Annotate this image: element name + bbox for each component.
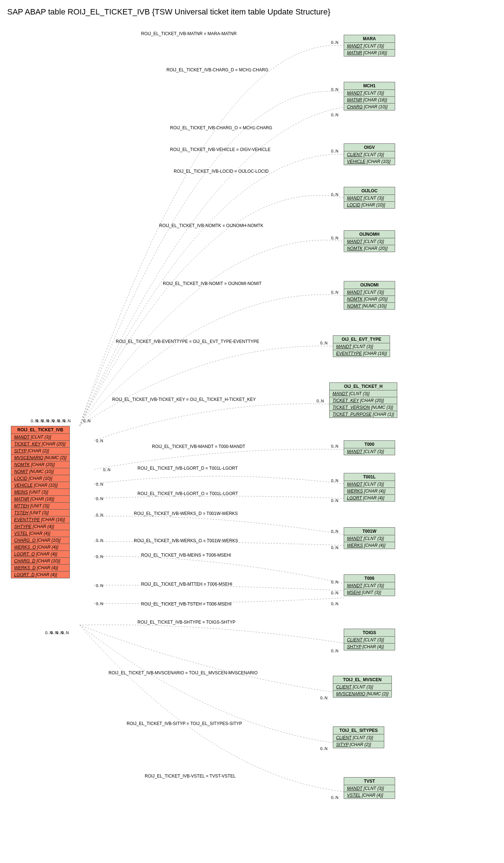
- ref-table-toigs: TOIGSCLIENT [CLNT (3)]SHTYP [CHAR (4)]: [344, 629, 395, 650]
- table-name: OIJNOMH: [344, 231, 395, 238]
- table-field: TICKET_KEY [CHAR (20)]: [11, 441, 69, 448]
- cardinality-label: 0..N: [331, 529, 338, 533]
- table-name: OIJ_EL_TICKET_H: [330, 383, 397, 390]
- relation-label: ROIJ_EL_TICKET_IVB-VSTEL = TVST-VSTEL: [145, 774, 236, 779]
- cardinality-label: 0..N: [96, 602, 103, 606]
- table-name: T000: [344, 441, 395, 448]
- table-field: MVSCENARIO [NUMC (2)]: [333, 691, 391, 697]
- table-field: MANDT [CLNT (3)]: [344, 195, 395, 202]
- relation-label: ROIJ_EL_TICKET_IVB-LGORT_O = T001L-LGORT: [137, 491, 238, 496]
- table-field: MANDT [CLNT (3)]: [344, 90, 395, 97]
- table-field: TICKET_PURPOSE [CHAR (1)]: [330, 411, 397, 418]
- cardinality-label: 0..N: [331, 580, 338, 584]
- cardinality-label: 0..N: [96, 439, 103, 443]
- er-canvas: ROIJ_EL_TICKET_IVBMANDT [CLNT (3)]TICKET…: [7, 20, 496, 853]
- relation-label: ROIJ_EL_TICKET_IVB-SITYP = TOIJ_EL_SITYP…: [127, 721, 242, 726]
- table-name: TOIJ_EL_MVSCEN: [333, 676, 391, 684]
- relation-label: ROIJ_EL_TICKET_IVB-NOMIT = OIJNOMI-NOMIT: [163, 281, 262, 286]
- table-field: EVENTTYPE [CHAR (16)]: [333, 350, 390, 357]
- cardinality-label: 0..N: [331, 444, 338, 448]
- table-field: EVENTTYPE [CHAR (16)]: [11, 516, 69, 523]
- relation-label: ROIJ_EL_TICKET_IVB-SHTYPE = TOIGS-SHTYP: [137, 620, 236, 625]
- cardinality-label: 0..N: [331, 113, 338, 117]
- table-field: CLIENT [CLNT (3)]: [333, 684, 391, 691]
- cardinality-label: 0..N: [331, 87, 338, 92]
- table-name: OIGV: [344, 144, 395, 151]
- cardinality-label: 0..N: [331, 545, 338, 550]
- relation-label: ROIJ_EL_TICKET_IVB-EVENTTYPE = OIJ_EL_EV…: [116, 339, 259, 344]
- cardinality-label: 0..N: [63, 419, 71, 423]
- relation-label: ROIJ_EL_TICKET_IVB-MVSCENARIO = TOIJ_EL_…: [109, 670, 258, 675]
- ref-table-mch1: MCH1MANDT [CLNT (3)]MATNR [CHAR (18)]CHA…: [344, 82, 395, 110]
- table-field: SITYP [CHAR (2)]: [11, 448, 69, 454]
- cardinality-label: 0..N: [103, 468, 110, 472]
- ref-table-oigv: OIGVCLIENT [CLNT (3)]VEHICLE [CHAR (10)]: [344, 143, 395, 165]
- table-field: SITYP [CHAR (2)]: [333, 741, 384, 748]
- relation-label: ROIJ_EL_TICKET_IVB-MANDT = T000-MANDT: [152, 444, 245, 449]
- relation-label: ROIJ_EL_TICKET_IVB-TICKET_KEY = OIJ_EL_T…: [112, 397, 256, 402]
- table-field: MTTEH [UNIT (3)]: [11, 503, 69, 510]
- relation-label: ROIJ_EL_TICKET_IVB-LGORT_D = T001L-LGORT: [137, 466, 238, 471]
- relation-label: ROIJ_EL_TICKET_IVB-MTTEH = T006-MSEHI: [141, 582, 232, 587]
- table-field: TSTEH [UNIT (3)]: [11, 510, 69, 516]
- relation-label: ROIJ_EL_TICKET_IVB-TSTEH = T006-MSEHI: [141, 602, 232, 607]
- table-field: MANDT [CLNT (3)]: [11, 434, 69, 441]
- cardinality-label: 0..N: [96, 538, 103, 542]
- table-field: MANDT [CLNT (3)]: [344, 289, 395, 296]
- cardinality-label: 0..N: [331, 795, 338, 800]
- table-field: WERKS [CHAR (4)]: [344, 488, 395, 495]
- cardinality-label: 0..N: [331, 478, 338, 483]
- table-field: VSTEL [CHAR (4)]: [11, 530, 69, 537]
- table-field: NOMIT [NUMC (10)]: [11, 468, 69, 475]
- relation-label: ROIJ_EL_TICKET_IVB-LOCID = OIJLOC-LOCID: [174, 169, 268, 174]
- ref-table-t000: T000MANDT [CLNT (3)]: [344, 440, 395, 455]
- table-field: MATNR [CHAR (18)]: [11, 496, 69, 503]
- relation-label: ROIJ_EL_TICKET_IVB-CHARG_D = MCH1-CHARG: [166, 67, 268, 72]
- cardinality-label: 0..N: [331, 192, 338, 197]
- table-field: VEHICLE [CHAR (10)]: [344, 158, 395, 165]
- table-field: MEINS [UNIT (3)]: [11, 489, 69, 496]
- cardinality-label: 0..N: [331, 236, 338, 240]
- table-field: MANDT [CLNT (3)]: [344, 448, 395, 455]
- table-field: MANDT [CLNT (3)]: [344, 43, 395, 50]
- relation-label: ROIJ_EL_TICKET_IVB-MATNR = MARA-MATNR: [141, 31, 237, 36]
- table-name: OIJ_EL_EVT_TYPE: [333, 336, 390, 343]
- table-field: LOCID [CHAR (10)]: [344, 202, 395, 208]
- table-name: MARA: [344, 35, 395, 43]
- table-field: VEHICLE [CHAR (10)]: [11, 482, 69, 489]
- ref-table-t006: T006MANDT [CLNT (3)]MSEHI [UNIT (3)]: [344, 574, 395, 596]
- table-name: T001W: [344, 528, 395, 535]
- table-field: SHTYP [CHAR (4)]: [344, 644, 395, 650]
- table-field: MANDT [CLNT (3)]: [330, 390, 397, 397]
- table-name: OIJNOMI: [344, 281, 395, 289]
- ref-table-oijloc: OIJLOCMANDT [CLNT (3)]LOCID [CHAR (10)]: [344, 187, 395, 209]
- ref-table-tvst: TVSTMANDT [CLNT (3)]VSTEL [CHAR (4)]: [344, 777, 395, 799]
- main-table-roij_el_ticket_ivb: ROIJ_EL_TICKET_IVBMANDT [CLNT (3)]TICKET…: [11, 426, 70, 578]
- table-field: CHARG_D [CHAR (10)]: [11, 558, 69, 565]
- page-title: SAP ABAP table ROIJ_EL_TICKET_IVB {TSW U…: [7, 7, 497, 17]
- cardinality-label: 0..N: [320, 746, 327, 751]
- ref-table-t001w: T001WMANDT [CLNT (3)]WERKS [CHAR (4)]: [344, 527, 395, 549]
- table-field: LOCID [CHAR (10)]: [11, 475, 69, 482]
- cardinality-label: 0..N: [83, 419, 90, 423]
- table-field: WERKS_O [CHAR (4)]: [11, 544, 69, 551]
- ref-table-mara: MARAMANDT [CLNT (3)]MATNR [CHAR (18)]: [344, 35, 395, 56]
- table-field: WERKS_D [CHAR (4)]: [11, 565, 69, 571]
- cardinality-label: 0..N: [320, 696, 327, 700]
- relation-label: ROIJ_EL_TICKET_IVB-WERKS_D = T001W-WERKS: [134, 511, 238, 516]
- cardinality-label: 0..N: [96, 583, 103, 588]
- table-field: LGORT [CHAR (4)]: [344, 495, 395, 501]
- table-field: LGORT_O [CHAR (4)]: [11, 551, 69, 558]
- cardinality-label: 0..N: [96, 497, 103, 501]
- cardinality-label: 0..N: [331, 498, 338, 503]
- cardinality-label: 0..N: [96, 554, 103, 559]
- table-name: TVST: [344, 778, 395, 785]
- relation-label: ROIJ_EL_TICKET_IVB-MEINS = T006-MSEHI: [141, 553, 231, 558]
- table-name: TOIGS: [344, 629, 395, 637]
- table-name: MCH1: [344, 82, 395, 90]
- table-field: NOMTK [CHAR (20)]: [344, 245, 395, 252]
- table-field: CHARG_O [CHAR (10)]: [11, 537, 69, 544]
- table-name: ROIJ_EL_TICKET_IVB: [11, 426, 69, 434]
- table-field: MANDT [CLNT (3)]: [333, 343, 390, 350]
- table-name: OIJLOC: [344, 187, 395, 195]
